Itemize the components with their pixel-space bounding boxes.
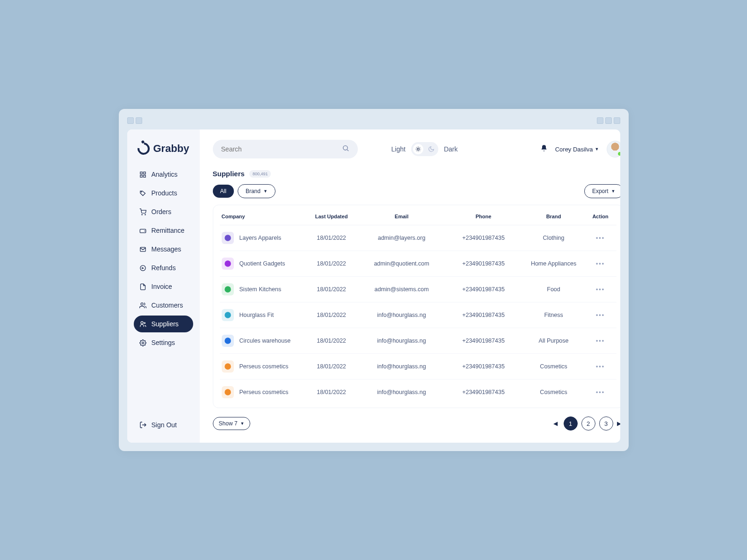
cell-brand: Home Appliances: [521, 260, 587, 267]
sidebar-item-messages[interactable]: Messages: [134, 241, 193, 258]
company-name: Perseus cosmetics: [239, 363, 289, 370]
svg-point-12: [144, 322, 145, 323]
cell-company: Layers Apparels: [222, 232, 306, 244]
cell-phone: +234901987435: [446, 389, 521, 395]
cell-email: info@hourglass.ng: [357, 337, 446, 344]
user-menu[interactable]: Corey Dasilva ▼: [555, 146, 599, 153]
brand-logo-icon: [222, 386, 234, 398]
mail-icon: [139, 245, 147, 253]
company-name: Circules warehouse: [239, 337, 291, 344]
table-footer: Show 7 ▼ ◀123▶: [213, 416, 620, 431]
row-actions-button[interactable]: •••: [587, 286, 615, 293]
cell-company: Circules warehouse: [222, 335, 306, 347]
cell-email: admin@sistems.com: [357, 286, 446, 293]
chrome-bar: [127, 117, 620, 124]
row-actions-button[interactable]: •••: [587, 389, 615, 395]
bell-icon[interactable]: [540, 144, 548, 154]
chrome-control[interactable]: [605, 117, 612, 124]
sidebar-nav: AnalyticsProductsOrdersRemittanceMessage…: [134, 166, 193, 416]
app-frame: Grabby AnalyticsProductsOrdersRemittance…: [127, 129, 620, 443]
svg-point-27: [225, 260, 231, 267]
svg-rect-0: [140, 172, 142, 173]
sidebar-item-orders[interactable]: Orders: [134, 203, 193, 220]
svg-point-10: [141, 302, 143, 305]
sidebar-item-products[interactable]: Products: [134, 185, 193, 201]
page-number[interactable]: 1: [564, 416, 578, 431]
row-actions-button[interactable]: •••: [587, 235, 615, 241]
row-actions-button[interactable]: •••: [587, 312, 615, 318]
filter-all[interactable]: All: [213, 185, 234, 198]
cart-icon: [139, 208, 147, 215]
app-logo: Grabby: [134, 143, 193, 163]
table-header: CompanyLast UpdatedEmailPhoneBrandAction: [220, 208, 616, 225]
svg-point-5: [142, 214, 142, 215]
moon-icon[interactable]: [426, 144, 436, 154]
cell-brand: Cosmetics: [521, 363, 587, 370]
page-next[interactable]: ▶: [617, 420, 620, 427]
table-row: Perseus cosmetics 18/01/2022 info@hourgl…: [220, 354, 616, 380]
export-button[interactable]: Export ▼: [584, 184, 620, 198]
sidebar-item-customers[interactable]: Customers: [134, 297, 193, 314]
svg-rect-2: [144, 175, 145, 177]
sun-icon[interactable]: [413, 144, 423, 154]
chrome-control[interactable]: [127, 117, 134, 124]
wallet-icon: [139, 227, 147, 234]
chrome-control[interactable]: [136, 117, 142, 124]
sidebar-item-label: Analytics: [152, 171, 178, 178]
cell-updated: 18/01/2022: [306, 337, 357, 344]
cell-brand: Food: [521, 286, 587, 293]
pagination: ◀123▶: [553, 416, 620, 431]
row-actions-button[interactable]: •••: [587, 260, 615, 267]
avatar[interactable]: [607, 141, 620, 158]
cell-phone: +234901987435: [446, 337, 521, 344]
signout-icon: [139, 421, 147, 429]
svg-rect-1: [144, 172, 145, 173]
row-actions-button[interactable]: •••: [587, 337, 615, 344]
search-box[interactable]: [213, 140, 358, 158]
sidebar-item-label: Remittance: [152, 227, 185, 234]
sidebar-item-label: Products: [152, 189, 177, 197]
company-name: Layers Apparels: [239, 235, 282, 241]
filter-brand[interactable]: Brand ▼: [238, 184, 276, 198]
suppliers-table: CompanyLast UpdatedEmailPhoneBrandAction…: [213, 205, 620, 408]
count-badge: 800,491: [249, 170, 271, 178]
table-row: Perseus cosmetics 18/01/2022 info@hourgl…: [220, 380, 616, 405]
rows-per-page[interactable]: Show 7 ▼: [213, 417, 251, 430]
column-header: Email: [357, 214, 446, 219]
page-prev[interactable]: ◀: [553, 420, 560, 427]
sidebar-item-analytics[interactable]: Analytics: [134, 166, 193, 183]
chrome-control[interactable]: [614, 117, 620, 124]
sidebar-item-invoice[interactable]: Invoice: [134, 278, 193, 295]
sidebar-item-suppliers[interactable]: Suppliers: [134, 316, 193, 332]
sign-out-button[interactable]: Sign Out: [134, 416, 193, 433]
suppliers-icon: [139, 320, 147, 328]
theme-light-label: Light: [392, 145, 406, 153]
brand-logo-icon: [222, 335, 234, 347]
company-name: Hourglass Fit: [239, 312, 274, 318]
cell-email: admin@quotient.com: [357, 260, 446, 267]
page-number[interactable]: 3: [599, 416, 613, 431]
sidebar-item-label: Invoice: [152, 283, 172, 290]
chevron-down-icon: ▼: [240, 421, 245, 426]
sidebar-item-remittance[interactable]: Remittance: [134, 222, 193, 239]
svg-point-4: [141, 191, 142, 192]
page-number[interactable]: 2: [581, 416, 595, 431]
theme-switch: Light Dark: [392, 142, 458, 156]
svg-point-32: [225, 389, 231, 395]
svg-line-25: [420, 147, 420, 148]
svg-point-28: [225, 286, 231, 293]
chevron-down-icon: ▼: [611, 189, 616, 194]
chrome-control[interactable]: [597, 117, 603, 124]
cell-updated: 18/01/2022: [306, 389, 357, 395]
sidebar-item-settings[interactable]: Settings: [134, 334, 193, 351]
cell-email: info@hourglass.ng: [357, 312, 446, 318]
cell-company: Quotient Gadgets: [222, 258, 306, 270]
search-input[interactable]: [221, 145, 342, 153]
sidebar-item-refunds[interactable]: Refunds: [134, 259, 193, 276]
theme-toggle[interactable]: [411, 142, 438, 156]
table-body: Layers Apparels 18/01/2022 admin@layers.…: [220, 225, 616, 405]
app-name: Grabby: [153, 143, 189, 155]
row-actions-button[interactable]: •••: [587, 363, 615, 370]
company-name: Quotient Gadgets: [239, 260, 285, 267]
brand-logo-icon: [222, 360, 234, 373]
